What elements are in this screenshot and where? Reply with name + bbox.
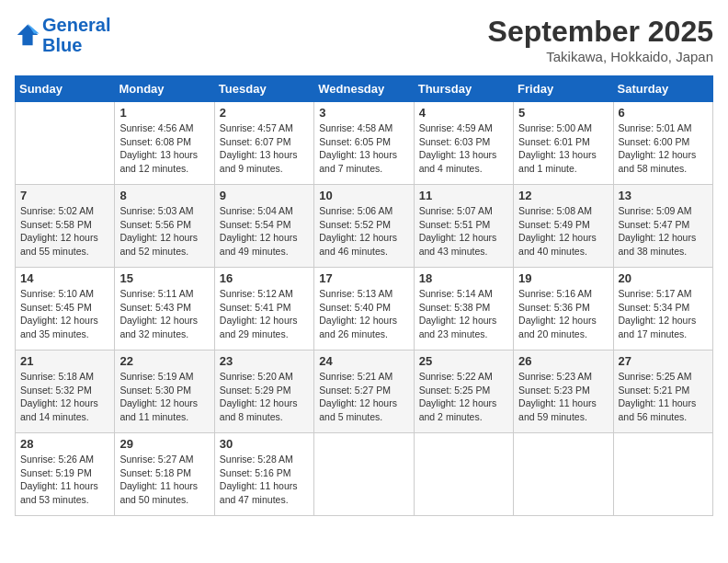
calendar-cell: 1Sunrise: 4:56 AM Sunset: 6:08 PM Daylig… <box>115 102 214 185</box>
calendar-cell: 11Sunrise: 5:07 AM Sunset: 5:51 PM Dayli… <box>414 185 513 268</box>
week-row-4: 21Sunrise: 5:18 AM Sunset: 5:32 PM Dayli… <box>16 350 713 433</box>
day-number: 30 <box>220 437 309 451</box>
day-info: Sunrise: 5:20 AM Sunset: 5:29 PM Dayligh… <box>220 370 309 424</box>
calendar-table: SundayMondayTuesdayWednesdayThursdayFrid… <box>15 75 713 516</box>
day-number: 22 <box>119 354 209 368</box>
calendar-cell: 2Sunrise: 4:57 AM Sunset: 6:07 PM Daylig… <box>214 102 313 185</box>
week-row-2: 7Sunrise: 5:02 AM Sunset: 5:58 PM Daylig… <box>16 185 713 268</box>
day-info: Sunrise: 5:16 AM Sunset: 5:36 PM Dayligh… <box>518 287 608 341</box>
calendar-cell: 10Sunrise: 5:06 AM Sunset: 5:52 PM Dayli… <box>314 185 414 268</box>
day-number: 7 <box>20 189 109 202</box>
day-number: 14 <box>20 271 109 285</box>
week-row-3: 14Sunrise: 5:10 AM Sunset: 5:45 PM Dayli… <box>16 268 713 350</box>
day-info: Sunrise: 5:03 AM Sunset: 5:56 PM Dayligh… <box>119 204 209 259</box>
day-number: 26 <box>518 354 608 368</box>
calendar-cell: 13Sunrise: 5:09 AM Sunset: 5:47 PM Dayli… <box>613 185 712 268</box>
calendar-cell: 14Sunrise: 5:10 AM Sunset: 5:45 PM Dayli… <box>16 268 115 350</box>
calendar-cell <box>514 433 613 516</box>
weekday-header-wednesday: Wednesday <box>314 76 414 102</box>
calendar-cell <box>16 102 115 185</box>
calendar-header: SundayMondayTuesdayWednesdayThursdayFrid… <box>16 76 713 102</box>
day-info: Sunrise: 5:17 AM Sunset: 5:34 PM Dayligh… <box>619 287 708 341</box>
weekday-row: SundayMondayTuesdayWednesdayThursdayFrid… <box>16 76 713 102</box>
day-info: Sunrise: 5:23 AM Sunset: 5:23 PM Dayligh… <box>518 370 608 424</box>
logo-line1: General <box>42 15 110 35</box>
day-number: 19 <box>518 271 608 285</box>
calendar-cell: 5Sunrise: 5:00 AM Sunset: 6:01 PM Daylig… <box>514 102 613 185</box>
day-info: Sunrise: 4:57 AM Sunset: 6:07 PM Dayligh… <box>220 121 309 176</box>
day-info: Sunrise: 5:25 AM Sunset: 5:21 PM Dayligh… <box>619 370 708 424</box>
day-info: Sunrise: 5:26 AM Sunset: 5:19 PM Dayligh… <box>20 453 109 507</box>
calendar-cell: 4Sunrise: 4:59 AM Sunset: 6:03 PM Daylig… <box>414 102 513 185</box>
week-row-1: 1Sunrise: 4:56 AM Sunset: 6:08 PM Daylig… <box>16 102 713 185</box>
calendar-body: 1Sunrise: 4:56 AM Sunset: 6:08 PM Daylig… <box>16 102 713 516</box>
day-info: Sunrise: 4:59 AM Sunset: 6:03 PM Dayligh… <box>419 121 508 176</box>
day-number: 5 <box>518 106 608 120</box>
calendar-cell: 29Sunrise: 5:27 AM Sunset: 5:18 PM Dayli… <box>115 433 214 516</box>
day-number: 18 <box>419 271 508 285</box>
calendar-cell: 9Sunrise: 5:04 AM Sunset: 5:54 PM Daylig… <box>214 185 313 268</box>
day-number: 11 <box>419 189 508 202</box>
calendar-cell: 24Sunrise: 5:21 AM Sunset: 5:27 PM Dayli… <box>314 350 414 433</box>
weekday-header-saturday: Saturday <box>613 76 712 102</box>
calendar-cell: 22Sunrise: 5:19 AM Sunset: 5:30 PM Dayli… <box>115 350 214 433</box>
day-number: 2 <box>220 106 309 120</box>
day-number: 4 <box>419 106 508 120</box>
day-number: 6 <box>619 106 708 120</box>
day-number: 10 <box>319 189 408 202</box>
day-info: Sunrise: 5:12 AM Sunset: 5:41 PM Dayligh… <box>220 287 309 341</box>
day-number: 20 <box>619 271 708 285</box>
day-number: 16 <box>220 271 309 285</box>
day-number: 28 <box>20 437 109 451</box>
day-number: 3 <box>319 106 408 120</box>
day-number: 29 <box>119 437 209 451</box>
calendar-cell: 30Sunrise: 5:28 AM Sunset: 5:16 PM Dayli… <box>214 433 313 516</box>
calendar-cell: 19Sunrise: 5:16 AM Sunset: 5:36 PM Dayli… <box>514 268 613 350</box>
day-info: Sunrise: 5:21 AM Sunset: 5:27 PM Dayligh… <box>319 370 408 424</box>
day-info: Sunrise: 5:18 AM Sunset: 5:32 PM Dayligh… <box>20 370 109 424</box>
day-info: Sunrise: 5:00 AM Sunset: 6:01 PM Dayligh… <box>518 121 608 176</box>
calendar-cell: 26Sunrise: 5:23 AM Sunset: 5:23 PM Dayli… <box>514 350 613 433</box>
logo: General Blue <box>15 15 110 55</box>
logo-line2: Blue <box>42 35 82 55</box>
calendar-cell: 12Sunrise: 5:08 AM Sunset: 5:49 PM Dayli… <box>514 185 613 268</box>
day-info: Sunrise: 5:02 AM Sunset: 5:58 PM Dayligh… <box>20 204 109 259</box>
day-number: 13 <box>619 189 708 202</box>
day-number: 25 <box>419 354 508 368</box>
calendar-cell: 28Sunrise: 5:26 AM Sunset: 5:19 PM Dayli… <box>16 433 115 516</box>
weekday-header-monday: Monday <box>115 76 214 102</box>
day-info: Sunrise: 5:28 AM Sunset: 5:16 PM Dayligh… <box>220 453 309 507</box>
day-number: 23 <box>220 354 309 368</box>
day-info: Sunrise: 5:14 AM Sunset: 5:38 PM Dayligh… <box>419 287 508 341</box>
day-number: 12 <box>518 189 608 202</box>
page-header: General Blue September 2025 Takikawa, Ho… <box>15 15 713 64</box>
month-title: September 2025 <box>488 15 713 49</box>
day-info: Sunrise: 5:22 AM Sunset: 5:25 PM Dayligh… <box>419 370 508 424</box>
day-number: 1 <box>119 106 209 120</box>
svg-marker-0 <box>17 25 38 45</box>
weekday-header-thursday: Thursday <box>414 76 513 102</box>
day-number: 8 <box>119 189 209 202</box>
day-info: Sunrise: 4:58 AM Sunset: 6:05 PM Dayligh… <box>319 121 408 176</box>
day-info: Sunrise: 5:07 AM Sunset: 5:51 PM Dayligh… <box>419 204 508 259</box>
calendar-cell: 8Sunrise: 5:03 AM Sunset: 5:56 PM Daylig… <box>115 185 214 268</box>
calendar-cell: 18Sunrise: 5:14 AM Sunset: 5:38 PM Dayli… <box>414 268 513 350</box>
day-number: 27 <box>619 354 708 368</box>
day-info: Sunrise: 5:10 AM Sunset: 5:45 PM Dayligh… <box>20 287 109 341</box>
title-block: September 2025 Takikawa, Hokkaido, Japan <box>488 15 713 64</box>
calendar-cell: 25Sunrise: 5:22 AM Sunset: 5:25 PM Dayli… <box>414 350 513 433</box>
weekday-header-friday: Friday <box>514 76 613 102</box>
calendar-cell: 7Sunrise: 5:02 AM Sunset: 5:58 PM Daylig… <box>16 185 115 268</box>
calendar-cell: 6Sunrise: 5:01 AM Sunset: 6:00 PM Daylig… <box>613 102 712 185</box>
logo-icon <box>15 22 40 48</box>
calendar-cell <box>613 433 712 516</box>
calendar-cell: 16Sunrise: 5:12 AM Sunset: 5:41 PM Dayli… <box>214 268 313 350</box>
weekday-header-sunday: Sunday <box>16 76 115 102</box>
day-number: 15 <box>119 271 209 285</box>
calendar-cell: 21Sunrise: 5:18 AM Sunset: 5:32 PM Dayli… <box>16 350 115 433</box>
calendar-cell: 17Sunrise: 5:13 AM Sunset: 5:40 PM Dayli… <box>314 268 414 350</box>
day-number: 21 <box>20 354 109 368</box>
calendar-cell: 27Sunrise: 5:25 AM Sunset: 5:21 PM Dayli… <box>613 350 712 433</box>
calendar-cell: 15Sunrise: 5:11 AM Sunset: 5:43 PM Dayli… <box>115 268 214 350</box>
day-info: Sunrise: 5:06 AM Sunset: 5:52 PM Dayligh… <box>319 204 408 259</box>
